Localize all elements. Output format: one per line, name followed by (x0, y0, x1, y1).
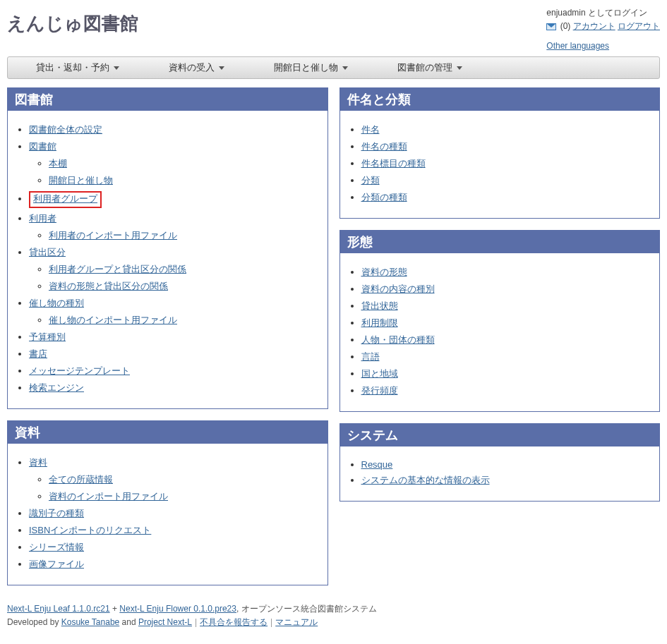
list-item: 図書館全体の設定 (29, 123, 318, 136)
link-system-info[interactable]: システムの基本的な情報の表示 (361, 475, 490, 485)
link-subjects[interactable]: 件名 (361, 124, 380, 135)
text: and (119, 617, 138, 627)
menu-admin[interactable]: 図書館の管理 (369, 61, 483, 74)
link-report-bug[interactable]: 不具合を報告する (200, 617, 268, 627)
menu-label: 貸出・返却・予約 (36, 61, 109, 74)
link-classification-types[interactable]: 分類の種類 (361, 192, 407, 202)
list-item: 資料の形態 (361, 266, 650, 279)
list-item: 資料の内容の種別 (361, 283, 650, 296)
list-item: 貸出区分 利用者グループと貸出区分の関係 資料の形態と貸出区分の関係 (29, 246, 318, 293)
list-item: 本棚 (49, 157, 318, 170)
list-item: 利用者のインポート用ファイル (49, 229, 318, 242)
list-item: 国と地域 (361, 367, 650, 380)
text: + (110, 604, 120, 614)
list-item: 言語 (361, 351, 650, 363)
link-image-files[interactable]: 画像ファイル (29, 559, 84, 569)
menu-accession[interactable]: 資料の受入 (140, 61, 246, 74)
link-developer[interactable]: Kosuke Tanabe (61, 617, 120, 627)
link-library-settings[interactable]: 図書館全体の設定 (29, 124, 102, 135)
section-title: 図書館 (8, 88, 328, 111)
text: Developed by (7, 617, 61, 627)
link-content-types[interactable]: 資料の内容の種別 (361, 284, 435, 294)
list-item: シリーズ情報 (29, 541, 318, 554)
chevron-down-icon (342, 66, 348, 70)
mail-icon[interactable] (546, 23, 556, 30)
link-project[interactable]: Project Next-L (138, 617, 192, 627)
list-item: 書店 (29, 348, 318, 360)
link-events[interactable]: 開館日と催し物 (49, 175, 113, 186)
link-search-engines[interactable]: 検索エンジン (29, 382, 84, 393)
link-users[interactable]: 利用者 (29, 213, 56, 224)
other-languages-link[interactable]: Other languages (546, 41, 609, 51)
section-subject: 件名と分類 件名 件名の種類 件名標目の種類 分類 分類の種類 (339, 87, 661, 219)
link-materials[interactable]: 資料 (29, 457, 47, 468)
link-checkout-types[interactable]: 貸出区分 (29, 247, 66, 257)
account-link[interactable]: アカウント (573, 21, 615, 31)
list-item: 識別子の種類 (29, 507, 318, 520)
user-box: enjuadmin としてログイン (0) アカウント ログアウト Other … (546, 7, 660, 51)
list-item: 発行頻度 (361, 384, 650, 397)
section-system: システム Resque システムの基本的な情報の表示 (339, 423, 661, 502)
list-item: 利用者グループ (29, 191, 318, 208)
link-countries[interactable]: 国と地域 (361, 368, 398, 379)
list-item: 資料の形態と貸出区分の関係 (49, 280, 318, 293)
list-item: 利用者グループと貸出区分の関係 (49, 263, 318, 276)
chevron-down-icon (457, 66, 462, 70)
link-circ-statuses[interactable]: 貸出状態 (361, 300, 398, 311)
link-material-import[interactable]: 資料のインポート用ファイル (49, 491, 168, 502)
list-item: 分類 (361, 174, 650, 187)
link-identifier-types[interactable]: 識別子の種類 (29, 508, 84, 518)
logout-link[interactable]: ログアウト (618, 21, 660, 31)
link-languages[interactable]: 言語 (361, 351, 380, 362)
link-message-templates[interactable]: メッセージテンプレート (29, 365, 130, 376)
menu-label: 資料の受入 (169, 61, 215, 74)
list-item: メッセージテンプレート (29, 365, 318, 377)
link-series[interactable]: シリーズ情報 (29, 542, 84, 552)
separator: | (270, 617, 272, 627)
menu-checkout[interactable]: 貸出・返却・予約 (8, 61, 140, 74)
list-item: 検索エンジン (29, 382, 318, 394)
link-user-import[interactable]: 利用者のインポート用ファイル (49, 230, 177, 241)
link-isbn-import[interactable]: ISBNインポートのリクエスト (29, 525, 151, 535)
link-subject-heading-types[interactable]: 件名標目の種類 (361, 158, 426, 169)
list-item: 催し物の種別 催し物のインポート用ファイル (29, 297, 318, 327)
link-event-types[interactable]: 催し物の種別 (29, 298, 84, 308)
section-title: 形態 (340, 231, 660, 253)
link-subject-types[interactable]: 件名の種類 (361, 141, 407, 152)
chevron-down-icon (219, 66, 224, 70)
link-libraries[interactable]: 図書館 (29, 141, 56, 152)
menu-label: 開館日と催し物 (274, 61, 338, 74)
username: enjuadmin (546, 8, 585, 18)
list-item: 人物・団体の種類 (361, 334, 650, 346)
section-material: 資料 資料 全ての所蔵情報 資料のインポート用ファイル 識別子の種類 ISBNイ… (7, 420, 328, 585)
link-shelves[interactable]: 本棚 (49, 158, 67, 169)
list-item: 貸出状態 (361, 300, 650, 312)
site-title: えんじゅ図書館 (7, 7, 138, 36)
link-all-items[interactable]: 全ての所蔵情報 (49, 474, 113, 485)
list-item: 図書館 本棚 開館日と催し物 (29, 140, 318, 187)
link-enju-leaf[interactable]: Next-L Enju Leaf 1.1.0.rc21 (7, 604, 110, 614)
link-resque[interactable]: Resque (361, 459, 393, 470)
link-carrier-types[interactable]: 資料の形態 (361, 267, 407, 277)
link-group-checkout-rel[interactable]: 利用者グループと貸出区分の関係 (49, 264, 186, 274)
link-form-checkout-rel[interactable]: 資料の形態と貸出区分の関係 (49, 281, 168, 291)
link-frequencies[interactable]: 発行頻度 (361, 385, 398, 396)
link-manual[interactable]: マニュアル (275, 617, 318, 627)
link-event-import[interactable]: 催し物のインポート用ファイル (49, 315, 177, 325)
list-item: 催し物のインポート用ファイル (49, 314, 318, 327)
link-enju-flower[interactable]: Next-L Enju Flower 0.1.0.pre23 (119, 604, 236, 614)
link-bookstores[interactable]: 書店 (29, 348, 47, 359)
list-item: Resque (361, 459, 650, 470)
tagline: , オープンソース統合図書館システム (236, 604, 377, 614)
section-title: 件名と分類 (340, 88, 660, 111)
link-use-restrictions[interactable]: 利用制限 (361, 317, 398, 328)
list-item: 資料 全ての所蔵情報 資料のインポート用ファイル (29, 456, 318, 503)
link-user-groups[interactable]: 利用者グループ (33, 193, 97, 204)
chevron-down-icon (114, 66, 119, 70)
link-agent-types[interactable]: 人物・団体の種類 (361, 334, 435, 345)
link-budget-types[interactable]: 予算種別 (29, 332, 66, 342)
list-item: ISBNインポートのリクエスト (29, 524, 318, 537)
menu-events[interactable]: 開館日と催し物 (246, 61, 369, 74)
link-classifications[interactable]: 分類 (361, 175, 380, 186)
list-item: 利用者 利用者のインポート用ファイル (29, 212, 318, 242)
